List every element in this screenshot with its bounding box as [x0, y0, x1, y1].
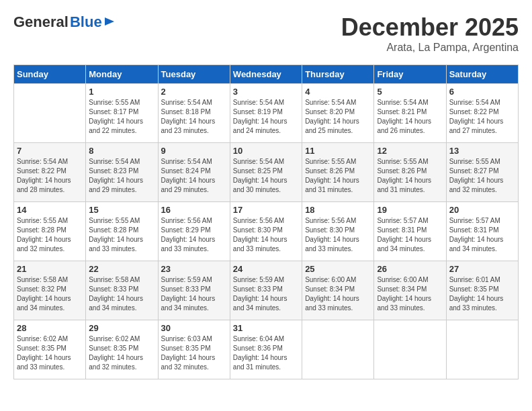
day-number: 24: [233, 264, 299, 274]
cell-info: Sunrise: 6:00 AMSunset: 8:34 PMDaylight:…: [305, 275, 371, 313]
calendar-cell: 3Sunrise: 5:54 AMSunset: 8:19 PMDaylight…: [230, 84, 302, 143]
cell-info: Sunrise: 5:55 AMSunset: 8:17 PMDaylight:…: [89, 98, 154, 136]
day-number: 15: [89, 205, 154, 215]
calendar-cell: 7Sunrise: 5:54 AMSunset: 8:22 PMDaylight…: [14, 143, 86, 202]
day-number: 27: [449, 264, 515, 274]
cell-info: Sunrise: 5:59 AMSunset: 8:33 PMDaylight:…: [161, 275, 227, 313]
calendar-body: 1Sunrise: 5:55 AMSunset: 8:17 PMDaylight…: [14, 84, 519, 379]
title-area: December 2025 Arata, La Pampa, Argentina: [341, 13, 519, 54]
cell-info: Sunrise: 5:56 AMSunset: 8:30 PMDaylight:…: [305, 216, 371, 254]
day-number: 26: [377, 264, 443, 274]
calendar-cell: [446, 320, 518, 379]
cell-info: Sunrise: 5:55 AMSunset: 8:28 PMDaylight:…: [89, 216, 154, 254]
cell-info: Sunrise: 5:56 AMSunset: 8:30 PMDaylight:…: [233, 216, 299, 254]
day-number: 16: [161, 205, 227, 215]
calendar-table: SundayMondayTuesdayWednesdayThursdayFrid…: [13, 64, 519, 379]
cell-info: Sunrise: 5:55 AMSunset: 8:26 PMDaylight:…: [305, 157, 371, 195]
day-number: 12: [377, 146, 443, 156]
cell-info: Sunrise: 6:02 AMSunset: 8:35 PMDaylight:…: [17, 334, 83, 372]
svg-marker-0: [105, 17, 114, 26]
day-number: 9: [161, 146, 227, 156]
cell-info: Sunrise: 5:54 AMSunset: 8:18 PMDaylight:…: [161, 98, 227, 136]
cell-info: Sunrise: 6:03 AMSunset: 8:35 PMDaylight:…: [161, 334, 227, 372]
day-number: 8: [89, 146, 154, 156]
cell-info: Sunrise: 6:04 AMSunset: 8:36 PMDaylight:…: [233, 334, 299, 372]
day-number: 22: [89, 264, 154, 274]
weekday-header: Thursday: [302, 65, 374, 84]
calendar-cell: 21Sunrise: 5:58 AMSunset: 8:32 PMDayligh…: [14, 261, 86, 320]
weekday-header: Wednesday: [230, 65, 302, 84]
cell-info: Sunrise: 6:02 AMSunset: 8:35 PMDaylight:…: [89, 334, 154, 372]
calendar-cell: 24Sunrise: 5:59 AMSunset: 8:33 PMDayligh…: [230, 261, 302, 320]
cell-info: Sunrise: 5:54 AMSunset: 8:20 PMDaylight:…: [305, 98, 371, 136]
location-text: Arata, La Pampa, Argentina: [341, 42, 519, 54]
calendar-cell: 25Sunrise: 6:00 AMSunset: 8:34 PMDayligh…: [302, 261, 374, 320]
calendar-week-row: 1Sunrise: 5:55 AMSunset: 8:17 PMDaylight…: [14, 84, 519, 143]
weekday-header: Monday: [86, 65, 158, 84]
cell-info: Sunrise: 6:01 AMSunset: 8:35 PMDaylight:…: [449, 275, 515, 313]
day-number: 14: [17, 205, 83, 215]
day-number: 20: [449, 205, 515, 215]
calendar-cell: 1Sunrise: 5:55 AMSunset: 8:17 PMDaylight…: [86, 84, 158, 143]
cell-info: Sunrise: 5:54 AMSunset: 8:23 PMDaylight:…: [89, 157, 154, 195]
day-number: 2: [161, 87, 227, 97]
day-number: 30: [161, 323, 227, 333]
calendar-cell: 8Sunrise: 5:54 AMSunset: 8:23 PMDaylight…: [86, 143, 158, 202]
day-number: 13: [449, 146, 515, 156]
calendar-cell: 29Sunrise: 6:02 AMSunset: 8:35 PMDayligh…: [86, 320, 158, 379]
weekday-header: Saturday: [446, 65, 518, 84]
cell-info: Sunrise: 5:57 AMSunset: 8:31 PMDaylight:…: [449, 216, 515, 254]
calendar-cell: 13Sunrise: 5:55 AMSunset: 8:27 PMDayligh…: [446, 143, 518, 202]
day-number: 19: [377, 205, 443, 215]
calendar-cell: 18Sunrise: 5:56 AMSunset: 8:30 PMDayligh…: [302, 202, 374, 261]
day-number: 17: [233, 205, 299, 215]
calendar-week-row: 7Sunrise: 5:54 AMSunset: 8:22 PMDaylight…: [14, 143, 519, 202]
calendar-cell: 27Sunrise: 6:01 AMSunset: 8:35 PMDayligh…: [446, 261, 518, 320]
cell-info: Sunrise: 5:56 AMSunset: 8:29 PMDaylight:…: [161, 216, 227, 254]
day-number: 28: [17, 323, 83, 333]
logo-general-text: General: [13, 13, 69, 31]
logo: General Blue: [13, 13, 116, 31]
calendar-cell: 9Sunrise: 5:54 AMSunset: 8:24 PMDaylight…: [158, 143, 230, 202]
calendar-cell: 26Sunrise: 6:00 AMSunset: 8:34 PMDayligh…: [374, 261, 446, 320]
day-number: 3: [233, 87, 299, 97]
cell-info: Sunrise: 5:54 AMSunset: 8:25 PMDaylight:…: [233, 157, 299, 195]
calendar-cell: 16Sunrise: 5:56 AMSunset: 8:29 PMDayligh…: [158, 202, 230, 261]
cell-info: Sunrise: 5:58 AMSunset: 8:32 PMDaylight:…: [17, 275, 83, 313]
cell-info: Sunrise: 5:54 AMSunset: 8:21 PMDaylight:…: [377, 98, 443, 136]
day-number: 4: [305, 87, 371, 97]
calendar-week-row: 28Sunrise: 6:02 AMSunset: 8:35 PMDayligh…: [14, 320, 519, 379]
day-number: 23: [161, 264, 227, 274]
calendar-cell: 10Sunrise: 5:54 AMSunset: 8:25 PMDayligh…: [230, 143, 302, 202]
logo-arrow-icon: [105, 16, 116, 27]
page-header: General Blue December 2025 Arata, La Pam…: [13, 13, 519, 54]
calendar-cell: 20Sunrise: 5:57 AMSunset: 8:31 PMDayligh…: [446, 202, 518, 261]
calendar-cell: 23Sunrise: 5:59 AMSunset: 8:33 PMDayligh…: [158, 261, 230, 320]
month-title: December 2025: [341, 13, 519, 42]
cell-info: Sunrise: 6:00 AMSunset: 8:34 PMDaylight:…: [377, 275, 443, 313]
cell-info: Sunrise: 5:55 AMSunset: 8:28 PMDaylight:…: [17, 216, 83, 254]
logo-blue-text: Blue: [70, 13, 102, 31]
calendar-cell: 17Sunrise: 5:56 AMSunset: 8:30 PMDayligh…: [230, 202, 302, 261]
weekday-header: Friday: [374, 65, 446, 84]
calendar-cell: 4Sunrise: 5:54 AMSunset: 8:20 PMDaylight…: [302, 84, 374, 143]
calendar-cell: 14Sunrise: 5:55 AMSunset: 8:28 PMDayligh…: [14, 202, 86, 261]
calendar-cell: [374, 320, 446, 379]
calendar-cell: [14, 84, 86, 143]
weekday-header: Tuesday: [158, 65, 230, 84]
calendar-cell: 31Sunrise: 6:04 AMSunset: 8:36 PMDayligh…: [230, 320, 302, 379]
day-number: 5: [377, 87, 443, 97]
calendar-cell: 2Sunrise: 5:54 AMSunset: 8:18 PMDaylight…: [158, 84, 230, 143]
cell-info: Sunrise: 5:57 AMSunset: 8:31 PMDaylight:…: [377, 216, 443, 254]
weekday-header: Sunday: [14, 65, 86, 84]
day-number: 10: [233, 146, 299, 156]
calendar-header: SundayMondayTuesdayWednesdayThursdayFrid…: [14, 65, 519, 84]
day-number: 6: [449, 87, 515, 97]
calendar-cell: 15Sunrise: 5:55 AMSunset: 8:28 PMDayligh…: [86, 202, 158, 261]
calendar-cell: 28Sunrise: 6:02 AMSunset: 8:35 PMDayligh…: [14, 320, 86, 379]
cell-info: Sunrise: 5:54 AMSunset: 8:24 PMDaylight:…: [161, 157, 227, 195]
calendar-week-row: 21Sunrise: 5:58 AMSunset: 8:32 PMDayligh…: [14, 261, 519, 320]
day-number: 7: [17, 146, 83, 156]
cell-info: Sunrise: 5:55 AMSunset: 8:26 PMDaylight:…: [377, 157, 443, 195]
calendar-cell: 12Sunrise: 5:55 AMSunset: 8:26 PMDayligh…: [374, 143, 446, 202]
